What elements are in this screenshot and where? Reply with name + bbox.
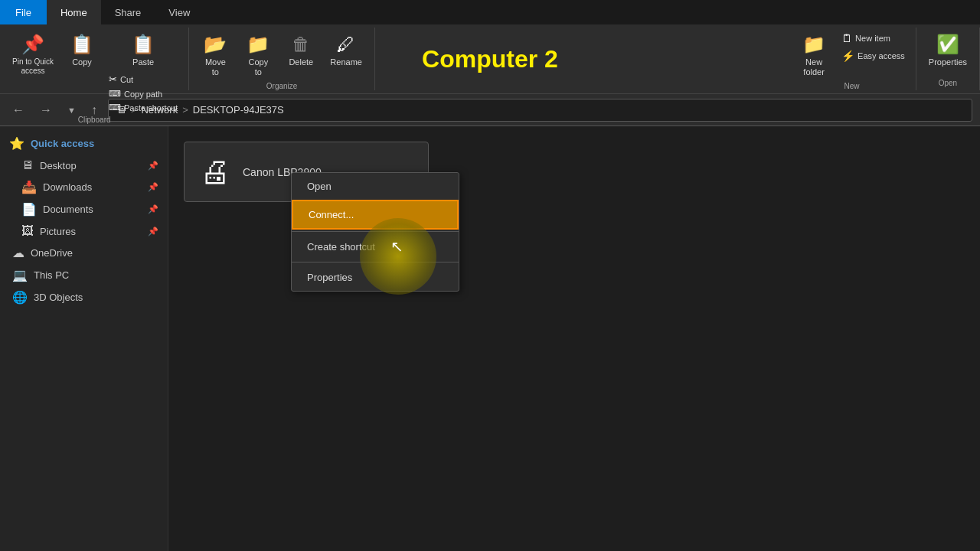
paste-icon: 📋 bbox=[132, 34, 155, 55]
paste-shortcut-icon: ⌨ bbox=[109, 103, 121, 112]
new-item-button[interactable]: 🗒 New item bbox=[837, 31, 910, 46]
3d-objects-icon: 🌐 bbox=[12, 290, 28, 305]
copy-to-icon: 📁 bbox=[247, 34, 270, 55]
ribbon-group-organize: 📂 Move to 📁 Copy to 🗑 Delete 🖊 Rename Or… bbox=[189, 28, 375, 90]
copy-to-button[interactable]: 📁 Copy to bbox=[238, 31, 278, 80]
address-sep2: > bbox=[182, 104, 188, 116]
downloads-icon: 📥 bbox=[21, 180, 37, 194]
context-menu-properties[interactable]: Properties bbox=[292, 264, 459, 291]
delete-icon: 🗑 bbox=[292, 34, 310, 55]
context-menu-create-shortcut[interactable]: Create shortcut bbox=[292, 233, 459, 260]
content-area: 🖨 Canon LBP2900 Open Connect... Create s… bbox=[168, 126, 980, 551]
sidebar-label-onedrive: OneDrive bbox=[31, 247, 73, 259]
move-to-icon: 📂 bbox=[204, 34, 227, 55]
rename-icon: 🖊 bbox=[337, 34, 355, 55]
tab-home[interactable]: Home bbox=[47, 0, 101, 24]
copy-icon: 📋 bbox=[70, 34, 93, 55]
onedrive-icon: ☁ bbox=[12, 246, 24, 260]
sidebar-label-this-pc: This PC bbox=[34, 269, 69, 281]
desktop-icon: 🖥 bbox=[21, 158, 34, 172]
address-desktop: DESKTOP-94JE37S bbox=[193, 104, 284, 116]
pictures-pin-icon: 📌 bbox=[148, 227, 158, 236]
context-menu-divider2 bbox=[292, 262, 459, 262]
this-pc-icon: 💻 bbox=[12, 268, 28, 282]
sidebar-label-3d-objects: 3D Objects bbox=[34, 292, 83, 303]
main-layout: ⭐ Quick access 🖥 Desktop 📌 📥 Downloads 📌… bbox=[0, 126, 980, 551]
downloads-pin-icon: 📌 bbox=[148, 182, 158, 192]
cut-button[interactable]: ✂ Cut bbox=[104, 72, 182, 86]
rename-button[interactable]: 🖊 Rename bbox=[324, 31, 368, 70]
sidebar-item-documents[interactable]: 📄 Documents 📌 bbox=[0, 198, 168, 220]
tab-file[interactable]: File bbox=[0, 0, 47, 24]
ribbon-content: 📌 Pin to Quick access 📋 Copy 📋 Paste bbox=[0, 24, 980, 93]
sidebar-label-quick-access: Quick access bbox=[31, 138, 94, 149]
ribbon-tab-bar: File Home Share View bbox=[0, 0, 980, 24]
quick-access-star-icon: ⭐ bbox=[9, 136, 24, 151]
address-path[interactable]: 🖥 > Network > DESKTOP-94JE37S bbox=[108, 99, 972, 122]
desktop-pin-icon: 📌 bbox=[148, 161, 158, 171]
copy-path-button[interactable]: ⌨ Copy path bbox=[104, 87, 182, 100]
printer-icon: 🖨 bbox=[200, 155, 230, 189]
ribbon: File Home Share View 📌 Pin to Quick acce… bbox=[0, 0, 980, 94]
sidebar-label-pictures: Pictures bbox=[40, 226, 76, 237]
ribbon-group-new: 📁 New folder 🗒 New item ⚡ Easy access Ne… bbox=[788, 28, 916, 90]
sidebar-item-onedrive[interactable]: ☁ OneDrive bbox=[0, 242, 168, 264]
pin-to-quick-access-button[interactable]: 📌 Pin to Quick access bbox=[6, 31, 60, 79]
context-menu-connect[interactable]: Connect... bbox=[292, 200, 459, 230]
sidebar-item-desktop[interactable]: 🖥 Desktop 📌 bbox=[0, 155, 168, 176]
paste-button[interactable]: 📋 Paste bbox=[123, 31, 163, 70]
new-folder-icon: 📁 bbox=[802, 34, 825, 55]
paste-shortcut-button[interactable]: ⌨ Paste shortcut bbox=[104, 101, 182, 114]
context-menu-open[interactable]: Open bbox=[292, 173, 459, 200]
ribbon-group-open: ✅ Properties Open bbox=[916, 28, 980, 90]
pictures-icon: 🖼 bbox=[21, 224, 34, 238]
sidebar-label-desktop: Desktop bbox=[40, 160, 77, 171]
sidebar-item-pictures[interactable]: 🖼 Pictures 📌 bbox=[0, 220, 168, 242]
easy-access-button[interactable]: ⚡ Easy access bbox=[837, 48, 910, 64]
documents-pin-icon: 📌 bbox=[148, 204, 158, 214]
move-to-button[interactable]: 📂 Move to bbox=[195, 31, 235, 80]
sidebar-label-documents: Documents bbox=[43, 204, 93, 215]
sidebar: ⭐ Quick access 🖥 Desktop 📌 📥 Downloads 📌… bbox=[0, 126, 168, 551]
copy-button[interactable]: 📋 Copy bbox=[63, 31, 101, 70]
sidebar-label-downloads: Downloads bbox=[43, 181, 92, 193]
sidebar-item-quick-access[interactable]: ⭐ Quick access bbox=[0, 132, 168, 155]
new-item-icon: 🗒 bbox=[841, 32, 852, 44]
cut-icon: ✂ bbox=[109, 73, 117, 85]
ribbon-group-clipboard: 📌 Pin to Quick access 📋 Copy 📋 Paste bbox=[0, 28, 189, 90]
context-menu: Open Connect... Create shortcut Properti… bbox=[291, 172, 459, 292]
pin-icon: 📌 bbox=[21, 34, 44, 55]
sidebar-item-this-pc[interactable]: 💻 This PC bbox=[0, 264, 168, 286]
context-menu-divider bbox=[292, 231, 459, 232]
title-overlay: Computer 2 bbox=[422, 45, 558, 73]
copy-path-icon: ⌨ bbox=[109, 89, 121, 99]
easy-access-icon: ⚡ bbox=[841, 50, 854, 62]
documents-icon: 📄 bbox=[21, 202, 37, 217]
properties-icon: ✅ bbox=[936, 34, 959, 55]
sidebar-item-3d-objects[interactable]: 🌐 3D Objects bbox=[0, 286, 168, 308]
tab-share[interactable]: Share bbox=[101, 0, 155, 24]
new-folder-button[interactable]: 📁 New folder bbox=[794, 31, 834, 80]
sidebar-item-downloads[interactable]: 📥 Downloads 📌 bbox=[0, 176, 168, 198]
properties-button[interactable]: ✅ Properties bbox=[923, 31, 973, 70]
tab-view[interactable]: View bbox=[155, 0, 204, 24]
delete-button[interactable]: 🗑 Delete bbox=[281, 31, 321, 70]
